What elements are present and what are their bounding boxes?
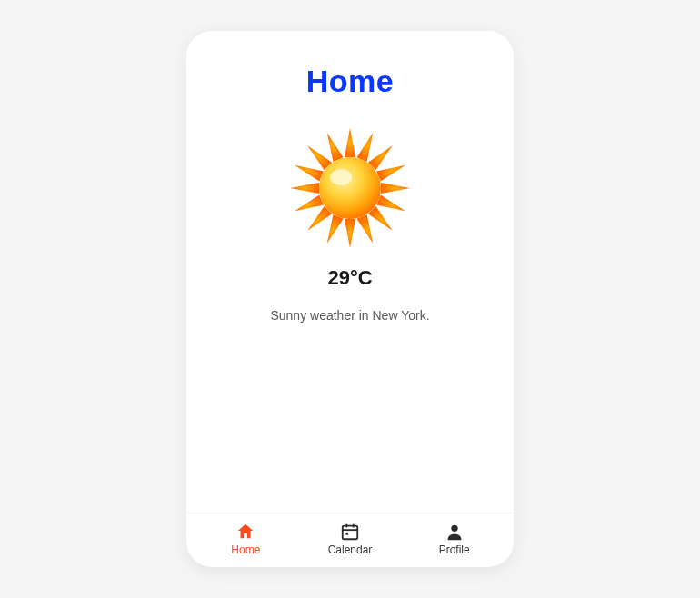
profile-icon (445, 522, 465, 542)
calendar-icon (340, 522, 360, 542)
tab-label: Profile (439, 543, 470, 556)
weather-description: Sunny weather in New York. (270, 308, 429, 323)
sun-icon (286, 125, 414, 252)
tab-home[interactable]: Home (194, 522, 298, 556)
home-icon (235, 522, 255, 542)
temperature-value: 29°C (327, 266, 372, 290)
tab-label: Calendar (328, 543, 373, 556)
tab-profile[interactable]: Profile (402, 522, 506, 556)
tab-calendar[interactable]: Calendar (298, 522, 403, 556)
svg-rect-3 (343, 525, 358, 539)
tab-bar: Home Calendar Profile (186, 513, 514, 567)
svg-point-1 (319, 157, 381, 219)
svg-marker-0 (345, 128, 355, 157)
app-frame: Home (186, 31, 514, 567)
page-title: Home (306, 64, 394, 99)
svg-rect-7 (345, 532, 348, 534)
svg-point-2 (330, 169, 352, 185)
tab-label: Home (231, 543, 260, 556)
svg-point-8 (451, 524, 457, 531)
home-screen: Home (186, 31, 514, 513)
